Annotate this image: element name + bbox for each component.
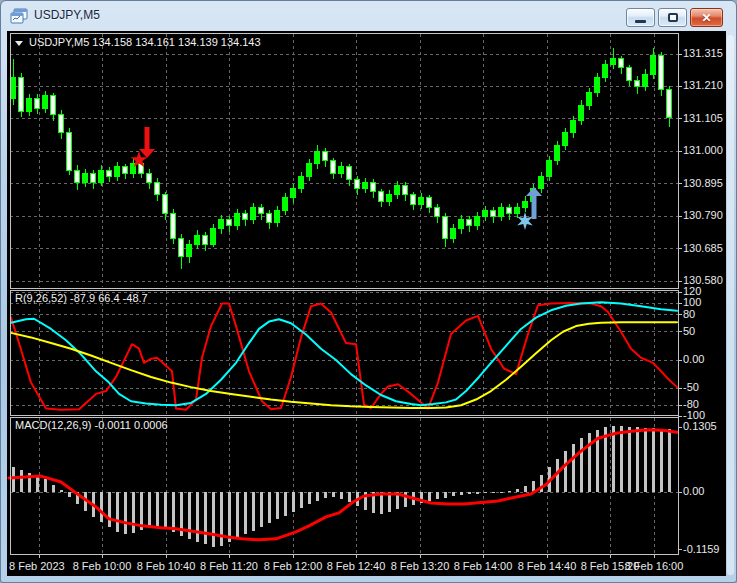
time-axis-label: 8 Feb 16:00 [625, 560, 684, 572]
wpr-axis-label: -80 [683, 398, 699, 410]
price-axis-label: 131.105 [683, 112, 723, 124]
candle-body-bull [395, 186, 400, 195]
application-window: USDJPY,M5 ✕ 131.315131.210131.105131.000… [0, 0, 737, 583]
window-border-highlight [727, 35, 734, 575]
candle-body-bull [315, 151, 320, 163]
candle-body-bull [291, 189, 296, 198]
candle-body-bull [475, 216, 480, 225]
time-axis-label: 8 Feb 12:00 [264, 560, 323, 572]
candle-body-bear [171, 213, 176, 238]
time-axis-label: 8 Feb 12:40 [327, 560, 386, 572]
candle-body-bull [235, 213, 240, 225]
candle-body-bear [507, 207, 512, 213]
time-axis-label: 8 Feb 13:20 [391, 560, 450, 572]
candle-body-bear [227, 220, 232, 226]
candle-body-bull [11, 77, 16, 99]
candle-body-bear [35, 99, 40, 108]
candle-body-bear [267, 213, 272, 222]
candle-body-bear [203, 235, 208, 244]
candle-body-bull [651, 56, 656, 75]
candle-body-bull [299, 176, 304, 188]
candle-body-bull [499, 207, 504, 216]
macd-pane-frame [10, 417, 678, 554]
candle-body-bear [435, 207, 440, 216]
candle-body-bull [83, 173, 88, 182]
wpr-pane-frame [10, 290, 678, 415]
candle-body-bull [251, 207, 256, 219]
wpr-axis-label: 0.00 [683, 353, 704, 365]
candle-body-bear [107, 170, 112, 176]
candle-body-bear [155, 182, 160, 194]
candle-body-bull [451, 229, 456, 238]
price-axis-label: 131.210 [683, 79, 723, 91]
close-button[interactable]: ✕ [690, 8, 723, 27]
candle-body-bull [643, 74, 648, 86]
signal-star [517, 212, 533, 230]
candle-body-bull [579, 105, 584, 120]
candle-body-bull [27, 99, 32, 111]
candle-body-bear [243, 213, 248, 219]
price-axis-label: 130.685 [683, 242, 723, 254]
wpr-indicator-label: R(9,26,52) -87.9 66.4 -48.7 [15, 292, 148, 304]
candle-body-bear [323, 151, 328, 160]
time-axis-label: 8 Feb 10:00 [73, 560, 132, 572]
candle-body-bull [539, 176, 544, 188]
candle-body-bear [659, 56, 664, 90]
chevron-down-icon[interactable] [15, 41, 23, 46]
candle-body-bear [67, 133, 72, 170]
candle-body-bull [587, 93, 592, 105]
minimize-button[interactable] [626, 8, 655, 27]
candle-body-bull [195, 235, 200, 244]
candle-body-bull [115, 167, 120, 176]
macd-axis-label: 0.00 [683, 485, 704, 497]
price-axis-label: 131.315 [683, 47, 723, 59]
candle-body-bear [163, 195, 168, 214]
candle-body-bull [571, 121, 576, 133]
price-axis-label: 131.000 [683, 144, 723, 156]
price-axis-label: 130.895 [683, 177, 723, 189]
main-pane-frame [10, 33, 678, 288]
candle-body-bull [483, 210, 488, 216]
candle-body-bull [555, 145, 560, 160]
close-icon: ✕ [701, 12, 711, 24]
candle-body-bear [19, 77, 24, 111]
title-bar[interactable]: USDJPY,M5 ✕ [1, 1, 736, 31]
symbol-info-line: USDJPY,M5 134.158 134.161 134.139 134.14… [15, 36, 261, 48]
candle-body-bear [259, 207, 264, 213]
minimize-icon [635, 20, 646, 23]
macd-indicator-label: MACD(12,26,9) -0.0011 0.0006 [15, 419, 168, 431]
wpr-axis-label: 120 [683, 285, 701, 297]
candle-body-bear [371, 182, 376, 191]
candle-body-bull [363, 182, 368, 188]
price-axis-label: 130.790 [683, 209, 723, 221]
candle-body-bear [619, 59, 624, 68]
candle-body-bull [43, 96, 48, 108]
restore-button[interactable] [658, 8, 687, 27]
wpr-line-mid [11, 302, 677, 405]
candle-body-bull [459, 220, 464, 229]
buy-arrow-icon [526, 187, 542, 219]
window-title: USDJPY,M5 [34, 8, 100, 22]
candle-body-bull [187, 244, 192, 256]
candle-body-bear [51, 96, 56, 115]
macd-axis-label: -0.1159 [683, 543, 720, 555]
macd-axis-label: 0.1305 [683, 420, 717, 432]
candle-body-bull [547, 161, 552, 176]
candle-body-bull [219, 220, 224, 229]
candle-body-bear [355, 179, 360, 188]
window-controls: ✕ [626, 8, 723, 27]
candle-body-bull [387, 195, 392, 201]
restore-icon [668, 13, 678, 22]
candle-body-bear [635, 80, 640, 86]
chart-client-area[interactable]: 131.315131.210131.105131.000130.895130.7… [7, 31, 726, 576]
time-axis-label: 8 Feb 10:40 [137, 560, 196, 572]
candle-body-bull [523, 201, 528, 207]
candle-body-bear [411, 195, 416, 204]
candle-body-bear [91, 173, 96, 182]
candle-body-bull [99, 170, 104, 182]
time-axis-label: 8 Feb 11:20 [200, 560, 258, 572]
time-axis-label: 8 Feb 14:00 [454, 560, 513, 572]
symbol-ohlc-text: USDJPY,M5 134.158 134.161 134.139 134.14… [29, 36, 261, 48]
candle-body-bull [307, 164, 312, 176]
sell-arrow-icon [139, 127, 155, 158]
